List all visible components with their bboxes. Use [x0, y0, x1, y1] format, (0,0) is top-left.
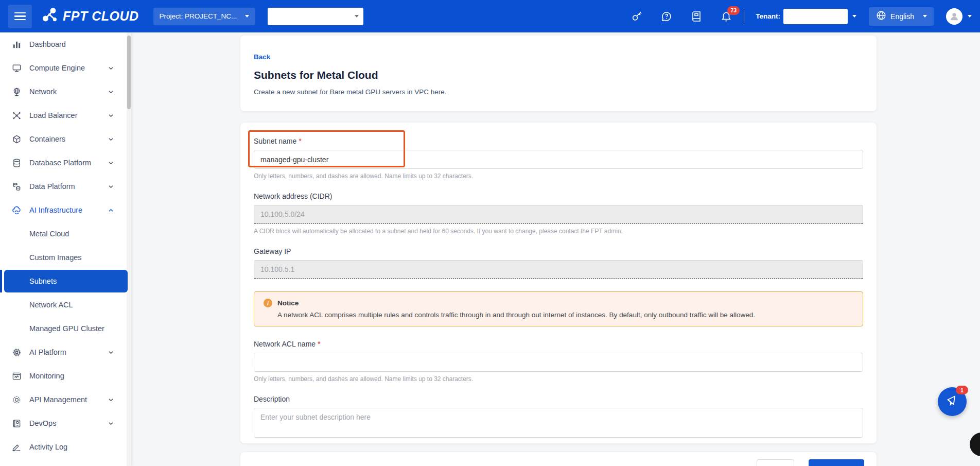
- key-icon[interactable]: [631, 10, 643, 23]
- sidebar: Dashboard Compute Engine Network Load Ba…: [0, 32, 131, 466]
- sidebar-item-network[interactable]: Network: [0, 80, 131, 103]
- acl-name-input[interactable]: [254, 353, 863, 372]
- page-header-card: Back Subnets for Metal Cloud Create a ne…: [240, 36, 877, 111]
- sidebar-item-managed-gpu-cluster[interactable]: Managed GPU Cluster: [0, 317, 131, 340]
- chevron-down-icon[interactable]: [968, 15, 972, 18]
- chevron-down-icon: [108, 421, 114, 426]
- subnet-name-label: Subnet name*: [254, 137, 863, 145]
- chevron-down-icon: [355, 15, 359, 18]
- monitor-icon: [11, 63, 22, 73]
- chip-icon: [11, 347, 22, 357]
- sidebar-item-compute-engine[interactable]: Compute Engine: [0, 56, 131, 80]
- project-selector[interactable]: Project: PROJECT_NC...: [153, 8, 255, 25]
- chevron-down-icon: [923, 15, 927, 18]
- avatar[interactable]: [946, 8, 962, 25]
- description-group: Description: [254, 395, 863, 440]
- language-selector[interactable]: English: [869, 7, 934, 26]
- footer-secondary-button[interactable]: [757, 459, 794, 466]
- gear-icon: [11, 394, 22, 405]
- sidebar-item-load-balancer[interactable]: Load Balancer: [0, 103, 131, 127]
- notifications-bell-icon[interactable]: 73: [720, 10, 732, 23]
- required-asterisk: *: [299, 137, 301, 145]
- acl-name-group: Network ACL name* Only letters, numbers,…: [254, 340, 863, 383]
- sidebar-item-ai-infrastructure[interactable]: AI Infrastructure: [0, 198, 131, 222]
- sidebar-item-custom-images[interactable]: Custom Images: [0, 246, 131, 269]
- cidr-label: Network address (CIDR): [254, 192, 863, 200]
- docs-book-icon[interactable]: [690, 10, 703, 23]
- gateway-ip-input: [254, 260, 863, 279]
- menu-icon[interactable]: [8, 5, 32, 28]
- gateway-group: Gateway IP: [254, 247, 863, 279]
- sidebar-item-dashboard[interactable]: Dashboard: [0, 32, 131, 56]
- sidebar-item-activity-log[interactable]: Activity Log: [0, 435, 131, 459]
- sidebar-item-subnets[interactable]: Subnets: [0, 269, 131, 293]
- pen-signature-icon: [11, 442, 22, 452]
- subnet-name-input[interactable]: [254, 150, 863, 169]
- subnet-form-card: Subnet name* Only letters, numbers, and …: [240, 123, 877, 443]
- top-header: FPT CLOUD Project: PROJECT_NC...: [0, 0, 980, 32]
- sidebar-item-ai-platform[interactable]: AI Platform: [0, 340, 131, 364]
- sidebar-item-devops[interactable]: DevOps: [0, 411, 131, 435]
- sidebar-item-metal-cloud[interactable]: Metal Cloud: [0, 222, 131, 246]
- tenant-label: Tenant:: [756, 12, 780, 20]
- scrollbar-thumb[interactable]: [127, 36, 131, 109]
- main-content: Back Subnets for Metal Cloud Create a ne…: [131, 32, 980, 466]
- header-divider: [744, 10, 744, 23]
- notice-text: A network ACL comprises multiple rules a…: [277, 311, 853, 319]
- tenant-select[interactable]: [783, 9, 848, 24]
- cube-icon: [11, 134, 22, 144]
- notification-count-badge: 73: [727, 6, 740, 15]
- database-icon: [11, 158, 22, 168]
- sidebar-item-monitoring[interactable]: Monitoring: [0, 364, 131, 388]
- chevron-down-icon: [108, 184, 114, 189]
- monitoring-icon: [11, 371, 22, 381]
- back-link[interactable]: Back: [254, 53, 270, 61]
- announcements-fab[interactable]: 1: [938, 387, 967, 416]
- support-chat-icon[interactable]: [660, 10, 673, 23]
- chevron-down-icon: [245, 15, 249, 18]
- form-footer-card: [240, 452, 877, 466]
- cidr-input: [254, 205, 863, 224]
- dashboard-icon: [11, 39, 22, 49]
- workspace-select[interactable]: [268, 8, 363, 25]
- footer-primary-button[interactable]: [809, 459, 864, 466]
- acl-name-helper: Only letters, numbers, and dashes are al…: [254, 375, 863, 383]
- chevron-down-icon[interactable]: [852, 15, 856, 18]
- chevron-up-icon: [108, 208, 114, 213]
- globe-stand-icon: [11, 87, 22, 97]
- megaphone-icon: [946, 394, 959, 410]
- sidebar-scrollbar[interactable]: [127, 32, 131, 466]
- brand-text: FPT CLOUD: [63, 9, 139, 24]
- cidr-group: Network address (CIDR) A CIDR block will…: [254, 192, 863, 235]
- cidr-helper: A CIDR block will automatically be alloc…: [254, 228, 863, 235]
- fpt-cloud-logo: FPT CLOUD: [41, 7, 139, 26]
- chevron-down-icon: [108, 397, 114, 403]
- sidebar-item-containers[interactable]: Containers: [0, 127, 131, 151]
- chevron-down-icon: [108, 350, 114, 355]
- sidebar-item-data-platform[interactable]: Data Platform: [0, 175, 131, 198]
- fpt-logo-mark-icon: [41, 7, 59, 26]
- required-asterisk: *: [318, 340, 320, 348]
- sidebar-item-network-acl[interactable]: Network ACL: [0, 293, 131, 317]
- devops-icon: [11, 418, 22, 428]
- selected-indicator: [0, 270, 2, 292]
- page-subtitle: Create a new subnet for Bare metal GPU s…: [254, 88, 863, 96]
- sidebar-item-api-management[interactable]: API Management: [0, 388, 131, 411]
- subnet-name-group: Subnet name* Only letters, numbers, and …: [254, 137, 863, 180]
- announcement-count-badge: 1: [956, 386, 968, 394]
- chevron-down-icon: [108, 113, 114, 118]
- description-textarea[interactable]: [254, 408, 863, 438]
- notice-title: Notice: [277, 299, 299, 307]
- info-icon: i: [264, 299, 272, 307]
- nodes-icon: [11, 110, 22, 120]
- subnet-name-helper: Only letters, numbers, and dashes are al…: [254, 172, 863, 180]
- page-title: Subnets for Metal Cloud: [254, 69, 863, 81]
- globe-icon: [876, 10, 887, 23]
- gateway-label: Gateway IP: [254, 247, 863, 255]
- selected-background: [4, 270, 128, 292]
- acl-name-label: Network ACL name*: [254, 340, 863, 348]
- sidebar-item-database-platform[interactable]: Database Platform: [0, 151, 131, 175]
- data-stack-icon: [11, 181, 22, 192]
- cloud-sync-icon: [11, 205, 22, 215]
- chevron-down-icon: [108, 65, 114, 71]
